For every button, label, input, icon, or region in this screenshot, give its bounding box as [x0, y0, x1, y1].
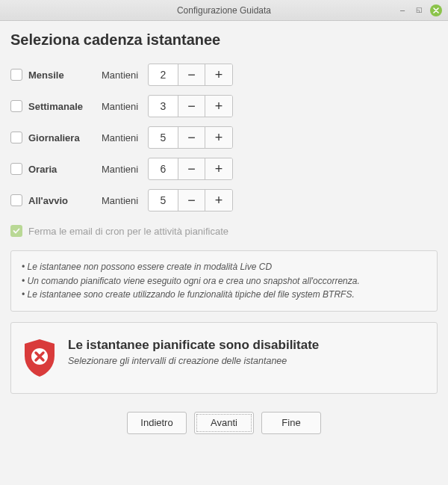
checkbox-stop-cron [10, 225, 22, 237]
warning-subtitle: Selezionare gli intervalli di creazione … [68, 356, 319, 366]
keep-spinner-weekly: 3 − + [148, 95, 233, 117]
page-body: Seleziona cadenza istantanee Mensile Man… [0, 21, 448, 445]
spinner-value[interactable]: 3 [149, 96, 178, 117]
note-text: Le istantanee sono create utilizzando le… [28, 289, 355, 300]
spinner-decrement[interactable]: − [178, 158, 205, 179]
keep-label: Mantieni [102, 164, 148, 175]
schedule-row-boot: All'avvio Mantieni 5 − + [10, 188, 438, 213]
schedule-label: All'avvio [28, 195, 102, 206]
schedule-row-daily: Giornaliera Mantieni 5 − + [10, 125, 438, 150]
wizard-footer: Indietro Avanti Fine [10, 404, 438, 434]
spinner-increment[interactable]: + [205, 158, 232, 179]
window-title: Configurazione Guidata [4, 5, 444, 16]
keep-spinner-hourly: 6 − + [148, 158, 233, 180]
checkbox-monthly[interactable] [10, 69, 22, 81]
keep-spinner-boot: 5 − + [148, 189, 233, 211]
note-text: Le istantanee non possono essere create … [28, 262, 273, 272]
shield-error-icon [22, 338, 57, 378]
spinner-decrement[interactable]: − [178, 190, 205, 211]
note-text: Un comando pianificato viene eseguito og… [28, 276, 360, 286]
window-controls: – ◱ [397, 4, 442, 16]
checkbox-hourly[interactable] [10, 163, 22, 175]
note-line: • Le istantanee non possono essere creat… [22, 260, 426, 274]
warning-text: Le istantanee pianificate sono disabilit… [68, 338, 319, 366]
spinner-value[interactable]: 5 [149, 190, 178, 211]
keep-label: Mantieni [102, 195, 148, 206]
keep-spinner-monthly: 2 − + [148, 64, 233, 86]
spinner-increment[interactable]: + [205, 64, 232, 85]
finish-button[interactable]: Fine [261, 412, 321, 434]
spinner-increment[interactable]: + [205, 127, 232, 148]
titlebar: Configurazione Guidata – ◱ [0, 0, 448, 21]
schedule-label: Settimanale [28, 101, 102, 112]
checkbox-daily[interactable] [10, 132, 22, 143]
note-line: • Un comando pianificato viene eseguito … [22, 274, 426, 288]
keep-label: Mantieni [102, 69, 148, 81]
note-line: • Le istantanee sono create utilizzando … [22, 288, 426, 302]
schedule-label: Giornaliera [28, 132, 102, 143]
back-button[interactable]: Indietro [127, 412, 187, 434]
checkbox-weekly[interactable] [10, 100, 22, 112]
schedule-list: Mensile Mantieni 2 − + Settimanale Manti… [10, 62, 438, 213]
spinner-value[interactable]: 6 [149, 158, 178, 179]
keep-label: Mantieni [102, 101, 148, 112]
page-heading: Seleziona cadenza istantanee [10, 31, 438, 49]
keep-label: Mantieni [102, 132, 148, 143]
notes-panel: • Le istantanee non possono essere creat… [10, 250, 438, 312]
warning-title: Le istantanee pianificate sono disabilit… [68, 338, 319, 353]
schedule-label: Mensile [28, 69, 102, 81]
schedule-row-hourly: Oraria Mantieni 6 − + [10, 156, 438, 182]
spinner-increment[interactable]: + [205, 190, 232, 211]
stop-cron-label: Ferma le email di cron per le attività p… [28, 226, 228, 237]
spinner-decrement[interactable]: − [178, 127, 205, 148]
stop-cron-row: Ferma le email di cron per le attività p… [10, 225, 438, 237]
maximize-icon[interactable]: ◱ [414, 4, 424, 15]
schedule-row-monthly: Mensile Mantieni 2 − + [10, 62, 438, 87]
spinner-decrement[interactable]: − [178, 64, 205, 85]
schedule-label: Oraria [28, 164, 102, 175]
minimize-icon[interactable]: – [397, 4, 408, 15]
spinner-decrement[interactable]: − [178, 96, 205, 117]
spinner-value[interactable]: 2 [149, 64, 178, 85]
checkbox-boot[interactable] [10, 194, 22, 206]
close-icon[interactable] [430, 4, 442, 16]
schedule-row-weekly: Settimanale Mantieni 3 − + [10, 93, 438, 119]
warning-panel: Le istantanee pianificate sono disabilit… [10, 322, 438, 394]
spinner-value[interactable]: 5 [149, 127, 178, 148]
next-button[interactable]: Avanti [194, 412, 254, 434]
keep-spinner-daily: 5 − + [148, 126, 233, 149]
spinner-increment[interactable]: + [205, 96, 232, 117]
